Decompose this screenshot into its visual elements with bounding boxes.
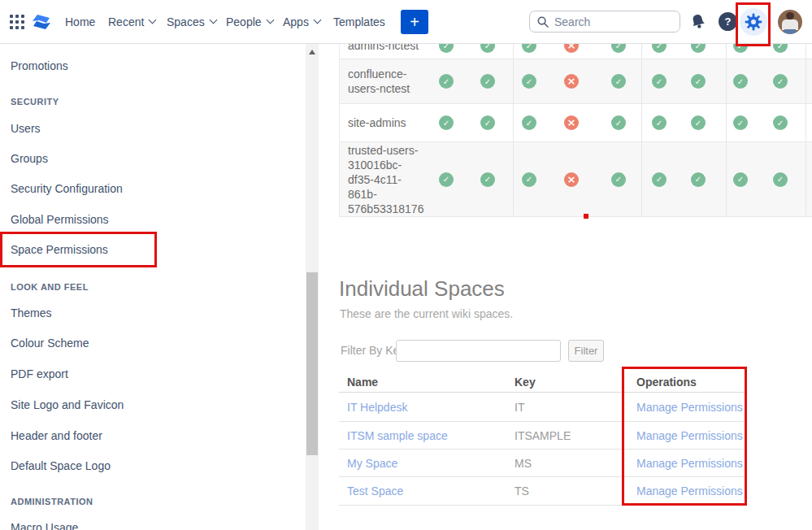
- settings-button[interactable]: [740, 8, 767, 36]
- search-box[interactable]: [529, 11, 680, 33]
- permission-granted-icon: [691, 115, 706, 130]
- permission-granted-icon: [522, 44, 536, 53]
- app-grid-icon[interactable]: [10, 15, 24, 29]
- sidebar-item-default-space-logo[interactable]: Default Space Logo: [11, 458, 111, 474]
- sidebar-item-groups[interactable]: Groups: [11, 151, 48, 167]
- search-input[interactable]: [554, 15, 668, 28]
- red-dot-marker: [584, 214, 588, 219]
- space-name-link[interactable]: Test Space: [339, 484, 515, 497]
- avatar-head: [786, 12, 794, 20]
- permission-granted-icon: [480, 115, 495, 130]
- table-row: Test Space TS Manage Permissions: [339, 477, 746, 506]
- group-name: confluence-users-nctest: [348, 59, 426, 103]
- permission-denied-icon: [564, 115, 579, 130]
- scroll-up-arrow-icon[interactable]: [309, 50, 315, 54]
- permission-granted-icon: [439, 115, 454, 130]
- space-name-link[interactable]: IT Helpdesk: [339, 401, 515, 414]
- space-name-link[interactable]: My Space: [339, 457, 515, 470]
- create-button[interactable]: +: [401, 10, 428, 34]
- sidebar-item-header-footer[interactable]: Header and footer: [11, 428, 102, 444]
- permission-granted-icon: [773, 44, 788, 53]
- permission-granted-icon: [439, 172, 454, 187]
- sidebar-section-administration: ADMINISTRATION: [11, 497, 93, 507]
- search-icon: [537, 16, 549, 28]
- chevron-down-icon: [149, 16, 157, 24]
- permission-granted-icon: [691, 172, 706, 187]
- sidebar-item-macro-usage[interactable]: Macro Usage: [11, 520, 78, 530]
- nav-recent[interactable]: Recent: [108, 0, 155, 44]
- nav-apps[interactable]: Apps: [283, 0, 320, 44]
- table-row: confluence-users-nctest: [340, 59, 812, 104]
- sidebar-section-look-and-feel: LOOK AND FEEL: [11, 282, 89, 293]
- chevron-down-icon: [209, 16, 217, 24]
- sidebar-item-pdf-export[interactable]: PDF export: [11, 367, 68, 382]
- permission-granted-icon: [522, 115, 536, 130]
- bell-icon[interactable]: [688, 12, 708, 32]
- table-header-row: Name Key Operations: [339, 372, 746, 393]
- nav-spaces[interactable]: Spaces: [167, 0, 216, 44]
- group-name: admins-nctest: [348, 44, 426, 59]
- nav-templates[interactable]: Templates: [333, 0, 385, 44]
- permission-granted-icon: [691, 74, 706, 89]
- permission-granted-icon: [733, 44, 748, 53]
- avatar[interactable]: [778, 10, 802, 34]
- sidebar-item-global-permissions[interactable]: Global Permissions: [11, 212, 109, 228]
- sidebar-scrollbar-thumb[interactable]: [306, 272, 318, 455]
- permission-granted-icon: [652, 44, 667, 53]
- gear-icon: [745, 13, 762, 31]
- top-nav-bar: Home Recent Spaces People Apps Templates…: [0, 0, 812, 44]
- space-key: TS: [515, 484, 636, 497]
- permission-granted-icon: [611, 44, 626, 53]
- group-name: trusted-users-310016bc-df35-4c11-861b-57…: [348, 142, 426, 216]
- nav-people[interactable]: People: [226, 0, 273, 44]
- divider: [513, 44, 514, 217]
- sidebar-item-themes[interactable]: Themes: [11, 306, 52, 321]
- confluence-logo[interactable]: [31, 12, 52, 32]
- nav-home[interactable]: Home: [65, 0, 95, 44]
- manage-permissions-link[interactable]: Manage Permissions: [636, 457, 746, 470]
- permission-granted-icon: [611, 74, 626, 89]
- space-name-link[interactable]: ITSM sample space: [339, 429, 515, 442]
- space-key: MS: [515, 457, 636, 470]
- permission-granted-icon: [691, 44, 706, 53]
- table-row: ITSM sample space ITSAMPLE Manage Permis…: [339, 422, 746, 450]
- permission-granted-icon: [773, 172, 788, 187]
- permission-granted-icon: [611, 172, 626, 187]
- permission-granted-icon: [522, 172, 536, 187]
- permission-granted-icon: [480, 44, 495, 53]
- permission-granted-icon: [480, 172, 495, 187]
- filter-key-input[interactable]: [396, 340, 561, 362]
- sidebar-item-promotions[interactable]: Promotions: [11, 59, 68, 74]
- sidebar-item-space-permissions[interactable]: Space Permissions: [11, 242, 108, 258]
- sidebar-section-security: SECURITY: [11, 97, 59, 107]
- group-permissions-table: admins-nctest confluence-users-nctest si…: [339, 44, 812, 217]
- column-header-key: Key: [515, 376, 636, 389]
- permission-granted-icon: [439, 44, 454, 53]
- admin-sidebar: Promotions SECURITY Users Groups Securit…: [0, 44, 325, 530]
- group-name: site-admins: [348, 104, 426, 141]
- manage-permissions-link[interactable]: Manage Permissions: [636, 401, 746, 414]
- sidebar-item-colour-scheme[interactable]: Colour Scheme: [11, 336, 89, 351]
- sidebar-item-security-configuration[interactable]: Security Configuration: [11, 181, 123, 197]
- space-key: IT: [515, 401, 636, 414]
- permission-granted-icon: [611, 115, 626, 130]
- space-key: ITSAMPLE: [515, 429, 636, 442]
- plus-icon: +: [410, 13, 419, 32]
- sidebar-item-site-logo[interactable]: Site Logo and Favicon: [11, 398, 124, 413]
- divider: [641, 44, 642, 217]
- permission-granted-icon: [480, 74, 495, 89]
- permission-denied-icon: [564, 172, 579, 187]
- table-row: IT Helpdesk IT Manage Permissions: [339, 393, 746, 422]
- manage-permissions-link[interactable]: Manage Permissions: [636, 429, 746, 442]
- permission-granted-icon: [733, 172, 748, 187]
- permission-granted-icon: [733, 74, 748, 89]
- manage-permissions-link[interactable]: Manage Permissions: [636, 484, 746, 497]
- filter-button[interactable]: Filter: [568, 340, 604, 362]
- permission-granted-icon: [652, 115, 667, 130]
- table-row: site-admins: [340, 104, 812, 142]
- page-subtitle: These are the current wiki spaces.: [340, 307, 513, 320]
- help-icon[interactable]: ?: [719, 12, 737, 31]
- table-row: My Space MS Manage Permissions: [339, 450, 746, 477]
- permission-granted-icon: [773, 115, 788, 130]
- sidebar-item-users[interactable]: Users: [11, 121, 41, 137]
